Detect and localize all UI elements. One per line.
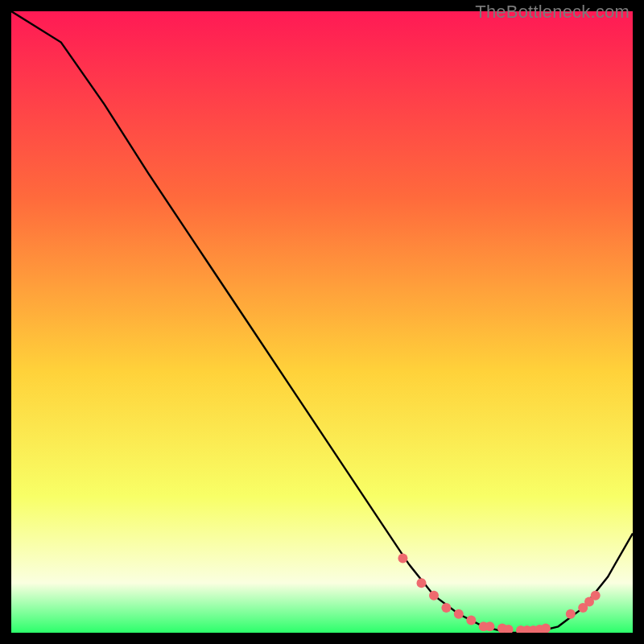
highlight-dot xyxy=(566,609,576,619)
highlight-dot xyxy=(466,616,476,625)
highlight-dot xyxy=(485,621,494,631)
highlight-dot xyxy=(398,553,407,563)
highlight-dot xyxy=(441,603,451,613)
bottleneck-chart xyxy=(11,11,633,633)
highlight-dot xyxy=(591,591,601,601)
chart-frame xyxy=(11,11,633,633)
highlight-dot xyxy=(417,578,427,588)
highlight-dot xyxy=(454,609,464,619)
highlight-dot xyxy=(429,591,439,601)
watermark-text: TheBottleneck.com xyxy=(475,2,630,23)
